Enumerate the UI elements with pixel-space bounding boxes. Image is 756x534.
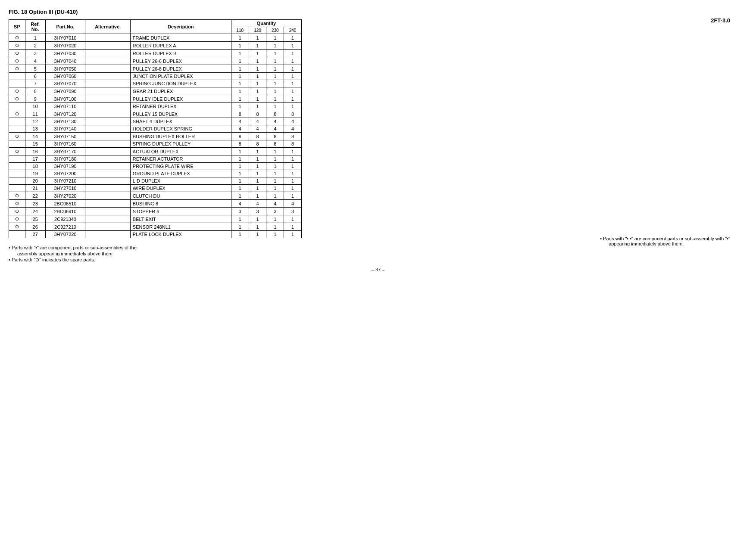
table-row: ⊙143HY07150BUSHING DUPLEX ROLLER8888 (9, 133, 302, 140)
col-header-part: Part.No. (45, 20, 85, 34)
table-row: 273HY07220PLATE LOCK DUPLEX1111 (9, 231, 302, 238)
table-row: ⊙93HY07100PULLEY IDLE DUPLEX1111 (9, 95, 302, 103)
table-row: ⊙83HY07090GEAR 21 DUPLEX1111 (9, 87, 302, 95)
table-row: 193HY07200GROUND PLATE DUPLEX1111 (9, 170, 302, 177)
table-row: 203HY07210LID DUPLEX1111 (9, 177, 302, 185)
table-row: ⊙53HY07050PULLEY 26-8 DUPLEX1111 (9, 65, 302, 73)
table-row: ⊙223HY27020CLUTCH DU1111 (9, 192, 302, 200)
table-row: 73HY07070SPRING JUNCTION DUPLEX1111 (9, 80, 302, 87)
table-row: ⊙33HY07030ROLLER DUPLEX B1111 (9, 50, 302, 57)
col-header-ref: Ref.No. (25, 20, 45, 34)
table-row: ⊙23HY07020ROLLER DUPLEX A1111 (9, 42, 302, 50)
table-row: 103HY07110RETAINER DUPLEX1111 (9, 103, 302, 110)
col-header-240: 240 (284, 27, 302, 34)
table-row: ⊙242BC06910STOPPER 63333 (9, 208, 302, 215)
footnotes-left: • Parts with "•" are component parts or … (9, 245, 747, 263)
table-row: ⊙262C927210SENSOR 248NL11111 (9, 223, 302, 231)
table-row: 63HY07060JUNCTION PLATE DUPLEX1111 (9, 73, 302, 80)
table-row: 153HY07160SPRING DUPLEX PULLEY8888 (9, 140, 302, 148)
col-header-230: 230 (266, 27, 284, 34)
table-row: ⊙43HY07040PULLEY 26-6 DUPLEX1111 (9, 57, 302, 65)
table-row: 173HY07180RETAINER ACTUATOR1111 (9, 155, 302, 163)
col-header-sp: SP (9, 20, 25, 34)
col-header-desc: Description (130, 20, 231, 34)
table-row: ⊙163HY07170ACTUATOR DUPLEX1111 (9, 148, 302, 155)
footnotes-right: • Parts with "• •" are component parts o… (600, 236, 730, 246)
col-header-120: 120 (249, 27, 266, 34)
table-row: 133HY07140HOLDER DUPLEX SPRING4444 (9, 125, 302, 133)
table-row: ⊙13HY07010FRAME DUPLEX1111 (9, 34, 302, 42)
table-row: ⊙113HY07120PULLEY 15 DUPLEX8888 (9, 110, 302, 118)
col-header-alt: Alternative. (85, 20, 130, 34)
parts-table: SP Ref.No. Part.No. Alternative. Descrip… (9, 19, 302, 238)
table-row: 183HY07190PROTECTING PLATE WIRE1111 (9, 163, 302, 170)
col-header-110: 110 (231, 27, 249, 34)
table-row: 213HY27010WIRE DUPLEX1111 (9, 185, 302, 192)
page-number: – 37 – (9, 267, 747, 272)
table-row: ⊙232BC06510BUSHING 84444 (9, 200, 302, 208)
doc-number: 2FT-3.0 (711, 17, 730, 24)
table-row: ⊙252C921340BELT EXIT1111 (9, 215, 302, 223)
table-row: 123HY07130SHAFT 4 DUPLEX4444 (9, 118, 302, 125)
col-header-quantity: Quantity (231, 20, 301, 27)
page-title: FIG. 18 Option III (DU-410) (9, 9, 747, 15)
